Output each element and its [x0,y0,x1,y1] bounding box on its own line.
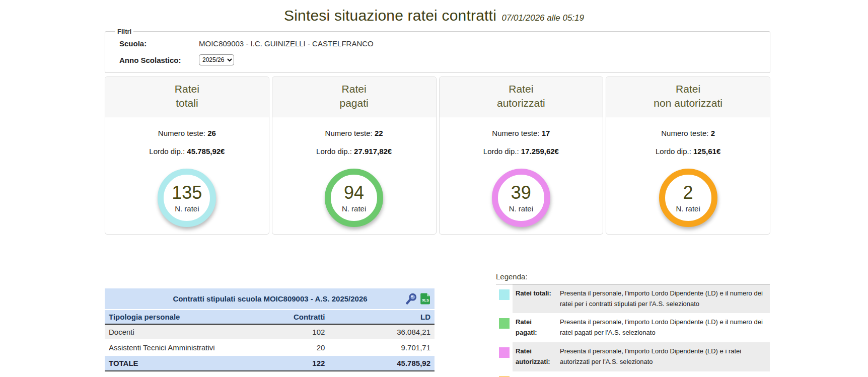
contracts-table: Tipologia personale Contratti LD Docenti… [105,310,435,371]
lordo-dipendente: Lordo dip.: 45.785,92€ [105,147,269,156]
filter-row-year: Anno Scolastico: 2025/26 [119,54,765,65]
col-ld: LD [329,310,435,324]
legend-label: Ratei autorizzati: [516,346,553,367]
filters-panel-title: Filtri [115,28,133,35]
ratei-count-label: N. ratei [342,204,366,213]
ratei-count: 39 [511,183,531,203]
table-row-ata: Assistenti Tecnici Amministrativi 20 9.7… [105,340,435,355]
legend-title: Legenda: [496,272,770,281]
legend-description: Presenta il personale, l'importo Lordo D… [560,375,766,377]
contracts-table-section: Contratti stipulati scuola MOIC809003 - … [105,272,435,371]
col-contratti: Contratti [263,310,329,324]
ratei-count-label: N. ratei [509,204,533,213]
magnifier-icon[interactable] [405,292,418,305]
lordo-dipendente: Lordo dip.: 125,61€ [606,147,770,156]
ratei-count-label: N. ratei [175,204,199,213]
legend-item-ratei-non-autorizzati: Ratei non autorizzati: Presenta il perso… [496,371,770,377]
numero-teste: Numero teste: 22 [272,129,436,137]
card-title: Ratei non autorizzati [606,77,770,117]
ratei-count: 135 [172,183,202,203]
ratei-count: 2 [683,183,693,203]
card-ratei-non-autorizzati: Ratei non autorizzati Numero teste: 2 Lo… [606,77,770,235]
lordo-dipendente: Lordo dip.: 27.917,82€ [272,147,436,156]
numero-teste: Numero teste: 17 [440,129,603,137]
ratei-pagati-swatch [499,318,510,329]
school-year-label: Anno Scolastico: [119,56,199,64]
filter-row-school: Scuola: MOIC809003 - I.C. GUINIZELLI - C… [119,39,765,48]
legend-label: Ratei pagati: [516,317,553,338]
ratei-pagati-circle: 94 N. ratei [325,169,383,227]
page-header: Sintesi situazione ratei contratti 07/01… [0,0,868,24]
table-row-totale: TOTALE 122 45.785,92 [105,355,435,371]
school-value: MOIC809003 - I.C. GUINIZELLI - CASTELFRA… [199,39,374,48]
ratei-totali-swatch [499,289,510,300]
ratei-autorizzati-swatch [499,347,510,358]
svg-text:XLS: XLS [422,298,429,301]
numero-teste: Numero teste: 2 [606,129,770,137]
legend-label: Ratei non autorizzati: [516,375,553,377]
ratei-count-label: N. ratei [676,204,700,213]
legend-label: Ratei totali: [516,288,553,310]
ratei-totali-circle: 135 N. ratei [158,169,216,227]
school-label: Scuola: [119,39,199,48]
card-ratei-pagati: Ratei pagati Numero teste: 22 Lordo dip.… [272,77,437,235]
ratei-autorizzati-circle: 39 N. ratei [492,169,550,227]
filters-panel: Filtri Scuola: MOIC809003 - I.C. GUINIZE… [105,28,770,73]
card-ratei-totali: Ratei totali Numero teste: 26 Lordo dip.… [105,77,269,235]
summary-cards: Ratei totali Numero teste: 26 Lordo dip.… [105,77,770,235]
table-row-docenti: Docenti 102 36.084,21 [105,324,435,340]
card-title: Ratei totali [105,77,269,117]
xls-export-icon[interactable]: XLS [420,293,430,305]
contracts-table-header-row: Tipologia personale Contratti LD [105,310,435,324]
legend-description: Presenta il personale, l'importo Lordo D… [560,317,766,338]
legend-description: Presenta il personale, l'importo Lordo D… [560,346,766,367]
col-tipologia: Tipologia personale [105,310,263,324]
contracts-table-header-bar: Contratti stipulati scuola MOIC809003 - … [105,288,435,309]
contracts-table-title: Contratti stipulati scuola MOIC809003 - … [109,294,405,303]
anno-scolastico-select[interactable]: 2025/26 [199,54,234,65]
legend-item-ratei-autorizzati: Ratei autorizzati: Presenta il personale… [496,342,770,371]
legend-description: Presenta il personale, l'importo Lordo D… [560,288,766,310]
ratei-count: 94 [344,183,364,203]
legend-item-ratei-pagati: Ratei pagati: Presenta il personale, l'i… [496,313,770,342]
page-timestamp: 07/01/2026 alle 05:19 [501,13,584,23]
ratei-non-autorizzati-circle: 2 N. ratei [659,169,717,227]
card-ratei-autorizzati: Ratei autorizzati Numero teste: 17 Lordo… [439,77,604,235]
lordo-dipendente: Lordo dip.: 17.259,62€ [440,147,603,156]
legend-section: Legenda: Ratei totali: Presenta il perso… [496,272,770,377]
card-title: Ratei pagati [272,77,436,117]
card-title: Ratei autorizzati [440,77,603,117]
numero-teste: Numero teste: 26 [105,129,269,137]
page-title: Sintesi situazione ratei contratti [284,7,496,24]
legend-item-ratei-totali: Ratei totali: Presenta il personale, l'i… [496,284,770,314]
